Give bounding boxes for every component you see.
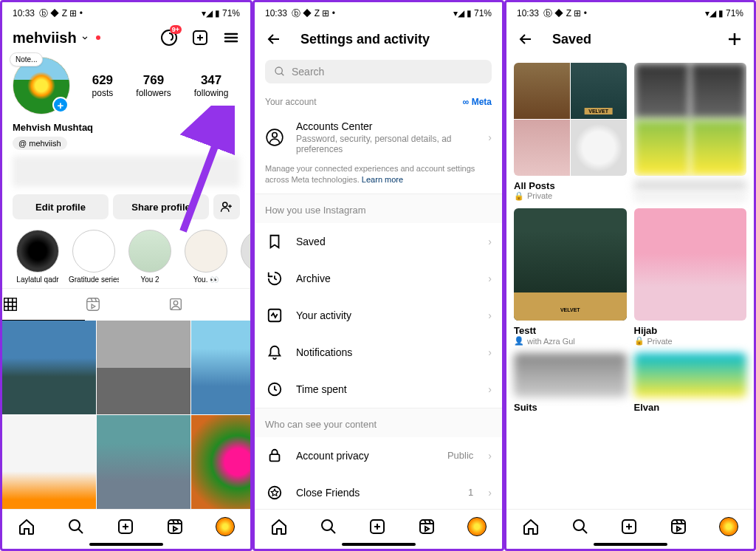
home-icon[interactable] bbox=[522, 518, 540, 535]
closefriends-item[interactable]: Close Friends 1› bbox=[255, 474, 502, 509]
privacy-item[interactable]: Account privacy Public› bbox=[255, 437, 502, 474]
threads-chip[interactable]: @ mehviish bbox=[13, 137, 67, 150]
svg-point-2 bbox=[223, 202, 227, 207]
create-nav-icon[interactable] bbox=[620, 518, 638, 535]
profile-nav-icon[interactable] bbox=[719, 517, 738, 536]
status-bar: 10:33ⓑ ◆ Z ⊞ • ▾◢▮71% bbox=[506, 2, 754, 21]
saved-item[interactable]: Saved › bbox=[255, 223, 502, 260]
profile-nav-icon[interactable] bbox=[216, 517, 235, 536]
highlight-item[interactable]: Gratitude series bbox=[69, 230, 119, 284]
page-title: Saved bbox=[552, 32, 708, 47]
learn-more-link[interactable]: Learn more bbox=[362, 175, 403, 184]
menu-icon[interactable] bbox=[222, 29, 240, 47]
svg-point-18 bbox=[275, 67, 282, 74]
post-thumbnail[interactable] bbox=[97, 415, 190, 509]
svg-point-30 bbox=[574, 520, 584, 530]
svg-rect-17 bbox=[168, 520, 182, 533]
back-icon[interactable] bbox=[265, 30, 283, 48]
timespent-item[interactable]: Time spent › bbox=[255, 371, 502, 408]
home-icon[interactable] bbox=[270, 518, 288, 535]
svg-rect-9 bbox=[4, 307, 9, 311]
svg-rect-10 bbox=[8, 307, 13, 311]
posts-stat[interactable]: 629posts bbox=[92, 73, 114, 98]
edit-profile-button[interactable]: Edit profile bbox=[13, 194, 109, 219]
collection-item[interactable]: Hijab 🔒Private bbox=[634, 208, 747, 346]
post-thumbnail[interactable] bbox=[97, 321, 190, 414]
create-nav-icon[interactable] bbox=[368, 518, 386, 535]
reels-nav-icon[interactable] bbox=[166, 518, 184, 535]
notification-dot bbox=[96, 35, 100, 40]
post-thumbnail[interactable] bbox=[191, 415, 250, 509]
threads-icon[interactable]: 9+ bbox=[160, 29, 178, 47]
svg-rect-8 bbox=[13, 302, 17, 307]
svg-rect-29 bbox=[420, 520, 433, 533]
back-icon[interactable] bbox=[517, 30, 535, 48]
add-story-icon[interactable]: + bbox=[52, 97, 69, 113]
post-thumbnail[interactable] bbox=[2, 321, 96, 414]
highlight-item[interactable]: G bbox=[237, 230, 250, 284]
collection-item[interactable]: VELVET Testt 👤with Azra Gul bbox=[514, 208, 627, 346]
svg-point-27 bbox=[322, 520, 332, 530]
clock-icon bbox=[265, 380, 284, 399]
meta-logo: ∞ Meta bbox=[463, 97, 492, 107]
svg-point-15 bbox=[69, 520, 80, 530]
search-icon[interactable] bbox=[320, 518, 337, 535]
archive-item[interactable]: Archive › bbox=[255, 260, 502, 297]
activity-icon bbox=[265, 306, 284, 325]
activity-item[interactable]: Your activity › bbox=[255, 297, 502, 334]
followers-stat[interactable]: 769followers bbox=[136, 73, 171, 98]
note-button[interactable]: Note... bbox=[10, 52, 43, 66]
home-indicator[interactable] bbox=[342, 543, 416, 546]
svg-rect-7 bbox=[8, 302, 13, 307]
notifications-item[interactable]: Notifications › bbox=[255, 334, 502, 371]
create-icon[interactable] bbox=[191, 29, 209, 47]
bell-icon bbox=[265, 343, 284, 362]
username-dropdown[interactable]: mehviish bbox=[13, 30, 100, 47]
following-stat[interactable]: 347following bbox=[194, 73, 229, 98]
lock-icon: 🔒 bbox=[514, 191, 524, 201]
avatar-icon: 👤 bbox=[514, 336, 524, 346]
collection-item[interactable] bbox=[634, 63, 747, 201]
tagged-tab[interactable] bbox=[168, 289, 250, 321]
bookmark-icon bbox=[265, 232, 284, 251]
home-icon[interactable] bbox=[18, 518, 35, 535]
post-thumbnail[interactable] bbox=[2, 415, 96, 509]
collection-item[interactable]: Suits bbox=[514, 353, 627, 413]
highlight-item[interactable]: You. 👀 bbox=[181, 230, 231, 284]
share-profile-button[interactable]: Share profile bbox=[113, 194, 209, 219]
archive-icon bbox=[265, 269, 284, 288]
collection-item[interactable]: Elvan bbox=[634, 353, 747, 413]
info-text: Manage your connected experiences and ac… bbox=[255, 163, 502, 194]
add-collection-icon[interactable] bbox=[726, 30, 743, 48]
svg-point-20 bbox=[272, 133, 278, 138]
home-indicator[interactable] bbox=[594, 543, 667, 546]
svg-rect-11 bbox=[13, 307, 17, 311]
accounts-center-item[interactable]: Accounts Center Password, security, pers… bbox=[255, 112, 502, 163]
display-name: Mehvish Mushtaq bbox=[13, 122, 240, 133]
star-icon bbox=[265, 483, 284, 502]
search-icon[interactable] bbox=[67, 518, 85, 535]
search-icon[interactable] bbox=[571, 518, 589, 535]
section-label: Who can see your content bbox=[255, 408, 502, 437]
profile-nav-icon[interactable] bbox=[467, 517, 487, 536]
discover-people-button[interactable] bbox=[213, 194, 240, 219]
status-bar: 10:33ⓑ ◆ Z ⊞ • ▾◢▮71% bbox=[2, 2, 250, 21]
svg-rect-32 bbox=[672, 520, 685, 533]
reels-nav-icon[interactable] bbox=[670, 518, 687, 535]
svg-rect-5 bbox=[13, 298, 17, 303]
reels-nav-icon[interactable] bbox=[418, 518, 436, 535]
page-title: Settings and activity bbox=[300, 32, 430, 47]
search-input[interactable]: Search bbox=[265, 60, 492, 83]
create-nav-icon[interactable] bbox=[117, 518, 134, 535]
svg-rect-4 bbox=[8, 298, 13, 303]
lock-icon: 🔒 bbox=[634, 336, 645, 346]
grid-tab[interactable] bbox=[2, 289, 85, 321]
highlight-item[interactable]: You 2 bbox=[125, 230, 175, 284]
home-indicator[interactable] bbox=[89, 543, 163, 546]
post-thumbnail[interactable] bbox=[191, 321, 250, 414]
reels-tab[interactable] bbox=[85, 289, 168, 321]
lock-icon bbox=[265, 446, 284, 465]
collection-item[interactable]: VELVET All Posts 🔒Private bbox=[514, 63, 627, 201]
svg-point-14 bbox=[173, 301, 178, 305]
highlight-item[interactable]: Laylatul qadr bbox=[13, 230, 63, 284]
